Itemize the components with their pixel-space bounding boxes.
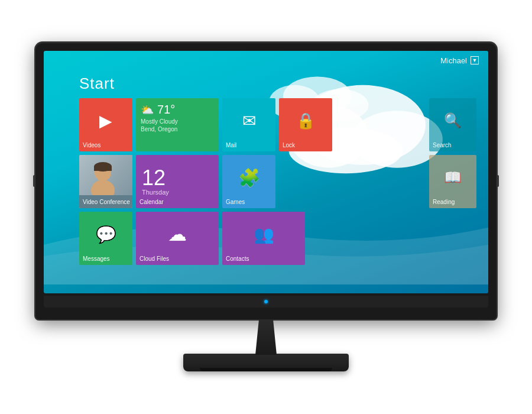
username-label: Michael [440, 56, 467, 65]
search-icon: 🔍 [444, 112, 462, 129]
power-light [264, 300, 268, 303]
puzzle-icon: 🧩 [238, 167, 260, 188]
tile-games[interactable]: 🧩 Games [222, 155, 275, 208]
monitor-bezel: Michael ▼ Start ▶ Videos [35, 43, 497, 319]
weather-temp: 71° [157, 103, 175, 117]
message-icon: 💬 [96, 225, 116, 244]
calendar-day: Thursday [142, 189, 169, 196]
contacts-icon: 👥 [254, 225, 274, 244]
tile-videos[interactable]: ▶ Videos [79, 98, 132, 151]
book-icon: 📖 [444, 169, 462, 186]
user-badge[interactable]: Michael ▼ [440, 56, 479, 65]
tile-calendar[interactable]: 12 Thursday Calendar [136, 155, 219, 208]
tiles-area: ▶ Videos ⛅ 71° Mostly CloudyBend, Oregon… [79, 98, 332, 265]
tile-videos-label: Videos [83, 142, 100, 148]
calendar-date: 12 [142, 167, 166, 189]
top-bar: Michael ▼ [44, 51, 488, 70]
screen: Michael ▼ Start ▶ Videos [44, 51, 488, 293]
tile-cloudfiles[interactable]: ☁ Cloud Files [136, 212, 219, 265]
cloud-icon: ☁ [168, 223, 187, 245]
tile-videoconf-label: Video Conference [83, 199, 130, 205]
play-icon: ▶ [99, 111, 112, 131]
tiles-row-1: ▶ Videos ⛅ 71° Mostly CloudyBend, Oregon… [79, 98, 332, 151]
monitor-bottom-bar [44, 296, 488, 308]
right-tiles-area: 🔍 Search 📖 Reading [429, 98, 476, 208]
user-chevron-icon: ▼ [471, 56, 479, 64]
tile-mail-label: Mail [226, 142, 236, 148]
monitor-stand-base [183, 354, 349, 371]
tile-lock-label: Lock [283, 142, 295, 148]
tile-cloudfiles-label: Cloud Files [140, 255, 169, 262]
tile-messages-label: Messages [83, 255, 110, 262]
monitor-wrapper: Michael ▼ Start ▶ Videos [35, 43, 497, 371]
tile-weather[interactable]: ⛅ 71° Mostly CloudyBend, Oregon [136, 98, 219, 151]
tile-contacts[interactable]: 👥 Contacts [222, 212, 305, 265]
tile-calendar-label: Calendar [140, 199, 164, 205]
bezel-button-right[interactable] [497, 175, 499, 187]
lock-icon: 🔒 [296, 112, 315, 130]
bezel-button-left[interactable] [33, 175, 35, 187]
tiles-row-3: 💬 Messages ☁ Cloud Files 👥 Contacts [79, 212, 332, 265]
tile-reading[interactable]: 📖 Reading [429, 155, 476, 208]
tile-contacts-label: Contacts [226, 255, 249, 262]
svg-rect-13 [94, 166, 112, 171]
heading-label: Heading [409, 157, 419, 187]
tile-lock[interactable]: 🔒 Lock [279, 98, 332, 151]
tile-search-label: Search [433, 142, 452, 148]
tile-messages[interactable]: 💬 Messages [79, 212, 132, 265]
weather-icon: ⛅ [141, 104, 154, 117]
tiles-row-2: Video Conference 12 Thursday Calendar 🧩 … [79, 155, 332, 208]
tile-reading-label: Reading [433, 199, 455, 205]
tile-games-label: Games [226, 199, 245, 205]
weather-desc: Mostly CloudyBend, Oregon [141, 118, 178, 133]
mail-icon: ✉ [242, 111, 256, 131]
tile-mail[interactable]: ✉ Mail [222, 98, 275, 151]
tile-videoconf[interactable]: Video Conference [79, 155, 132, 208]
start-label: Start [79, 75, 115, 93]
monitor-stand-neck [248, 319, 284, 355]
tile-search[interactable]: 🔍 Search [429, 98, 476, 151]
